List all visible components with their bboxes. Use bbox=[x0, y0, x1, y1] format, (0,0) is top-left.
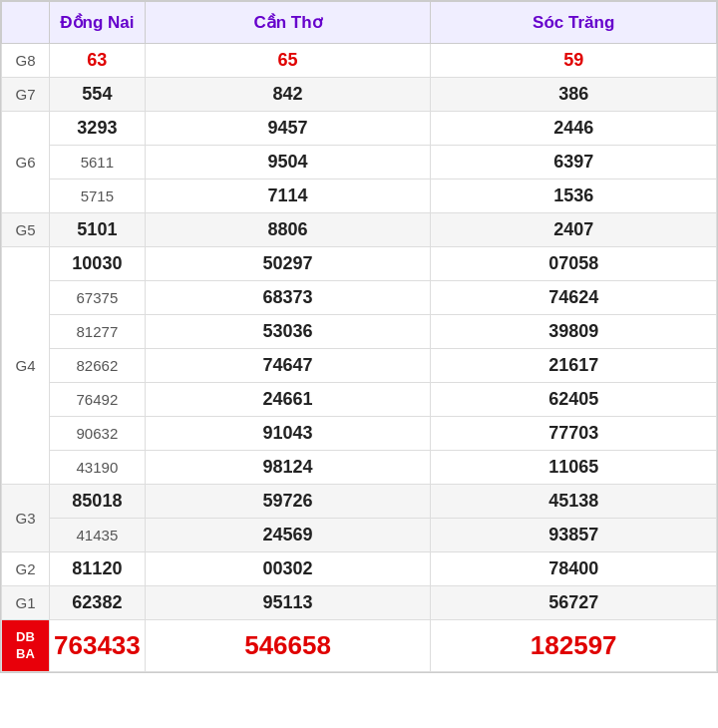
row-label: G2 bbox=[2, 552, 50, 586]
cell-col2: 24569 bbox=[145, 519, 431, 552]
row-label: G4 bbox=[2, 247, 50, 485]
cell-col3: 78400 bbox=[431, 552, 717, 586]
row-label: G1 bbox=[2, 586, 50, 620]
cell-col2: 74647 bbox=[145, 349, 431, 383]
cell-col3: 1536 bbox=[431, 180, 717, 213]
footer-col3: 182597 bbox=[431, 620, 717, 672]
cell-col3: 77703 bbox=[431, 417, 717, 451]
cell-col1: 5611 bbox=[50, 146, 146, 180]
cell-col1: 43190 bbox=[50, 451, 146, 485]
lottery-table: Đồng Nai Cần Thơ Sóc Trăng G8636559G7554… bbox=[0, 0, 718, 673]
cell-col3: 6397 bbox=[431, 146, 717, 180]
row-label: G5 bbox=[2, 213, 50, 247]
row-label: G3 bbox=[2, 485, 50, 552]
cell-col1: 81277 bbox=[50, 315, 146, 349]
cell-col2: 98124 bbox=[145, 451, 431, 485]
row-label: G8 bbox=[2, 44, 50, 78]
cell-col3: 62405 bbox=[431, 383, 717, 417]
cell-col1: 62382 bbox=[50, 586, 146, 620]
cell-col3: 2446 bbox=[431, 112, 717, 146]
cell-col1: 5101 bbox=[50, 213, 146, 247]
cell-col1: 554 bbox=[50, 78, 146, 112]
cell-col3: 74624 bbox=[431, 281, 717, 315]
cell-col2: 7114 bbox=[145, 180, 431, 213]
cell-col2: 24661 bbox=[145, 383, 431, 417]
row-label: G7 bbox=[2, 78, 50, 112]
footer-logo: DBBA bbox=[2, 620, 50, 672]
cell-col1: 41435 bbox=[50, 519, 146, 552]
header-can-tho: Cần Thơ bbox=[145, 2, 431, 44]
cell-col3: 56727 bbox=[431, 586, 717, 620]
cell-col3: 07058 bbox=[431, 247, 717, 281]
cell-col3: 45138 bbox=[431, 485, 717, 519]
row-label: G6 bbox=[2, 112, 50, 213]
cell-col3: 21617 bbox=[431, 349, 717, 383]
cell-col1: 63 bbox=[50, 44, 146, 78]
cell-col2: 95113 bbox=[145, 586, 431, 620]
cell-col2: 00302 bbox=[145, 552, 431, 586]
cell-col2: 9457 bbox=[145, 112, 431, 146]
cell-col1: 81120 bbox=[50, 552, 146, 586]
cell-col2: 9504 bbox=[145, 146, 431, 180]
header-dong-nai: Đồng Nai bbox=[50, 2, 146, 44]
header-soc-trang: Sóc Trăng bbox=[431, 2, 717, 44]
footer-col1: 763433 bbox=[50, 620, 146, 672]
cell-col2: 59726 bbox=[145, 485, 431, 519]
cell-col1: 90632 bbox=[50, 417, 146, 451]
footer-col2: 546658 bbox=[145, 620, 431, 672]
cell-col1: 67375 bbox=[50, 281, 146, 315]
cell-col2: 8806 bbox=[145, 213, 431, 247]
cell-col3: 93857 bbox=[431, 519, 717, 552]
cell-col2: 53036 bbox=[145, 315, 431, 349]
cell-col3: 386 bbox=[431, 78, 717, 112]
cell-col1: 82662 bbox=[50, 349, 146, 383]
cell-col3: 11065 bbox=[431, 451, 717, 485]
header-label-col bbox=[2, 2, 50, 44]
cell-col1: 85018 bbox=[50, 485, 146, 519]
cell-col3: 2407 bbox=[431, 213, 717, 247]
cell-col2: 842 bbox=[145, 78, 431, 112]
cell-col2: 65 bbox=[145, 44, 431, 78]
cell-col2: 91043 bbox=[145, 417, 431, 451]
cell-col1: 3293 bbox=[50, 112, 146, 146]
cell-col2: 50297 bbox=[145, 247, 431, 281]
cell-col3: 39809 bbox=[431, 315, 717, 349]
cell-col3: 59 bbox=[431, 44, 717, 78]
cell-col2: 68373 bbox=[145, 281, 431, 315]
cell-col1: 76492 bbox=[50, 383, 146, 417]
cell-col1: 10030 bbox=[50, 247, 146, 281]
cell-col1: 5715 bbox=[50, 180, 146, 213]
